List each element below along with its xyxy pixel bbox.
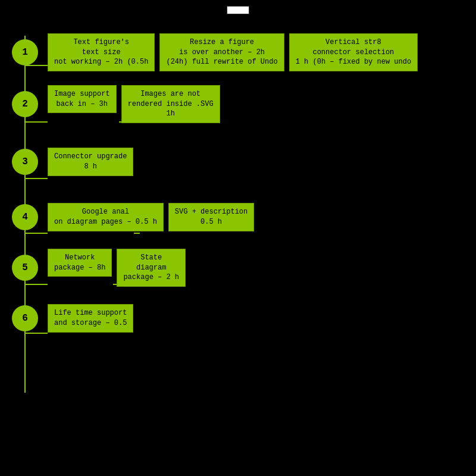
card-1-2[interactable]: Resize a figure is over another – 2h (24… <box>159 33 284 71</box>
cards-area-3: Connector upgrade 8 h <box>48 148 133 176</box>
title-box <box>227 6 249 14</box>
card-4-2[interactable]: SVG + description 0.5 h <box>168 203 254 231</box>
circle-3: 3 <box>12 149 38 175</box>
card-4-1[interactable]: Google anal on diagram pages – 0.5 h <box>48 203 164 231</box>
cards-area-5: Network package – 8hState diagram packag… <box>48 249 186 287</box>
card-2-2[interactable]: Images are not rendered inside .SVG 1h <box>121 85 220 123</box>
card-6-1[interactable]: Life time support and storage – 0.5 <box>48 304 133 333</box>
card-2-1[interactable]: Image support back in – 3h <box>48 85 117 114</box>
card-3-1[interactable]: Connector upgrade 8 h <box>48 148 133 176</box>
cards-area-4: Google anal on diagram pages – 0.5 hSVG … <box>48 203 254 231</box>
circle-2: 2 <box>12 91 38 117</box>
cards-area-1: Text figure's text size not working – 2h… <box>48 33 418 71</box>
circle-5: 5 <box>12 255 38 281</box>
circle-4: 4 <box>12 204 38 230</box>
cards-area-2: Image support back in – 3hImages are not… <box>48 85 220 123</box>
card-5-1[interactable]: Network package – 8h <box>48 249 112 277</box>
cards-area-6: Life time support and storage – 0.5 <box>48 304 133 333</box>
card-1-3[interactable]: Vertical str8 connector selection 1 h (0… <box>289 33 418 71</box>
circle-6: 6 <box>12 305 38 331</box>
card-5-2[interactable]: State diagram package – 2 h <box>117 249 186 287</box>
card-1-1[interactable]: Text figure's text size not working – 2h… <box>48 33 155 71</box>
circle-1: 1 <box>12 39 38 65</box>
